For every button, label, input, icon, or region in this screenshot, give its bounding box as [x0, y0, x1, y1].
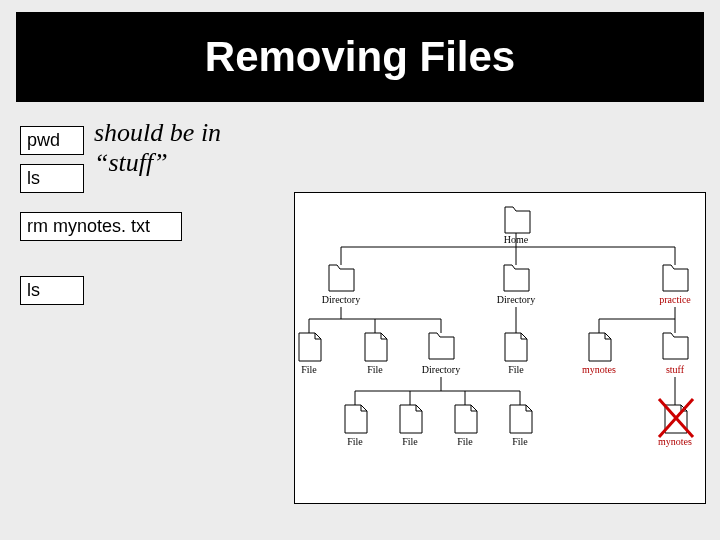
label-mynotes-2: mynotes [658, 436, 692, 447]
folder-icon [504, 265, 529, 291]
label-home: Home [504, 234, 529, 245]
folder-icon [663, 333, 688, 359]
label-stuff: stuff [666, 364, 685, 375]
label-file-c: File [508, 364, 524, 375]
label-dir3: Directory [422, 364, 460, 375]
label-mynotes-1: mynotes [582, 364, 616, 375]
folder-icon [429, 333, 454, 359]
folder-icon [329, 265, 354, 291]
file-icon [455, 405, 477, 433]
label-file-f: File [457, 436, 473, 447]
file-icon [510, 405, 532, 433]
label-file-a: File [301, 364, 317, 375]
file-icon [505, 333, 527, 361]
label-file-g: File [512, 436, 528, 447]
label-dir1: Directory [322, 294, 360, 305]
cmd-pwd: pwd [20, 126, 84, 155]
note-line-2: “stuff” [94, 148, 168, 177]
file-icon [400, 405, 422, 433]
file-icon [589, 333, 611, 361]
cmd-ls-2: ls [20, 276, 84, 305]
file-tree-panel: Home Directory Directory practice File F… [294, 192, 706, 504]
label-file-b: File [367, 364, 383, 375]
annotation-note: should be in “stuff” [94, 118, 221, 178]
label-dir2: Directory [497, 294, 535, 305]
label-file-e: File [402, 436, 418, 447]
cmd-ls-1: ls [20, 164, 84, 193]
slide-title: Removing Files [16, 12, 704, 102]
file-icon [299, 333, 321, 361]
folder-icon [505, 207, 530, 233]
folder-icon [663, 265, 688, 291]
label-file-d: File [347, 436, 363, 447]
note-line-1: should be in [94, 118, 221, 147]
cmd-rm: rm mynotes. txt [20, 212, 182, 241]
label-practice: practice [659, 294, 691, 305]
file-icon [365, 333, 387, 361]
file-icon [345, 405, 367, 433]
file-tree-svg: Home Directory Directory practice File F… [295, 193, 705, 503]
